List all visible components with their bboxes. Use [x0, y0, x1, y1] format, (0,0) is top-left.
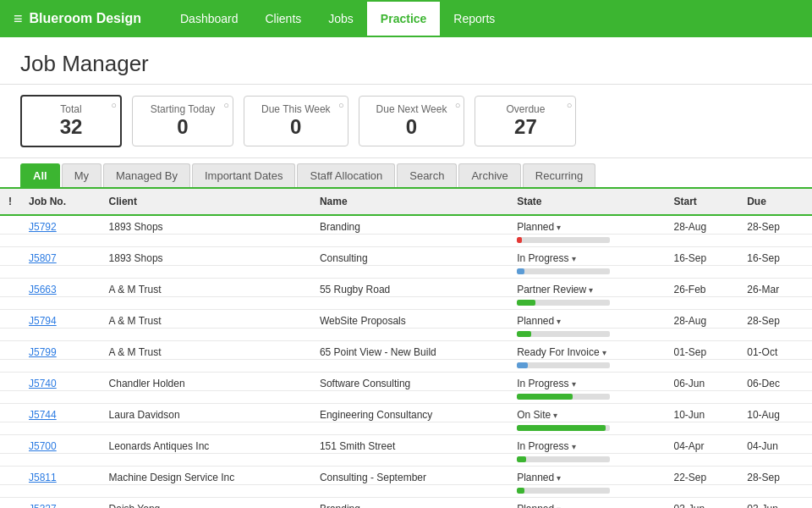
summary-close-icon[interactable]: ○: [567, 100, 573, 110]
state-dropdown-icon[interactable]: ▾: [557, 223, 561, 232]
state-cell[interactable]: Ready For Invoice ▾: [508, 341, 665, 360]
state-dropdown-icon[interactable]: ▾: [572, 254, 576, 263]
summary-close-icon[interactable]: ○: [455, 100, 461, 110]
table-row: J5792 1893 Shops Branding Planned ▾ 28-A…: [0, 215, 812, 235]
summary-value: 27: [492, 115, 558, 139]
job-link[interactable]: J5811: [29, 472, 57, 483]
state-label: Partner Review: [517, 284, 586, 295]
name-cell: Engineering Consultancy: [311, 404, 508, 422]
name-cell: 55 Rugby Road: [311, 279, 508, 297]
state-cell[interactable]: In Progress ▾: [508, 435, 665, 454]
state-dropdown-icon[interactable]: ▾: [557, 473, 561, 483]
progress-bar-fill: [517, 362, 528, 368]
due-date: 10-Aug: [738, 404, 812, 422]
progress-bar-container: [517, 394, 610, 400]
row-indicator: [0, 435, 20, 454]
tab-archive[interactable]: Archive: [458, 163, 520, 187]
state-dropdown-icon[interactable]: ▾: [572, 379, 576, 389]
summary-card-due-next-week[interactable]: ○ Due Next Week 0: [359, 96, 465, 146]
job-no-cell[interactable]: J5799: [20, 341, 101, 360]
state-cell[interactable]: Planned ▾: [508, 467, 665, 485]
nav-link-jobs[interactable]: Jobs: [315, 2, 367, 36]
nav-link-reports[interactable]: Reports: [440, 2, 508, 36]
job-link[interactable]: J5794: [29, 315, 57, 327]
tab-my[interactable]: My: [62, 163, 102, 187]
tab-staff-allocation[interactable]: Staff Allocation: [297, 163, 395, 187]
due-date: 26-Mar: [738, 279, 812, 297]
job-no-cell[interactable]: J5792: [20, 215, 101, 235]
job-link[interactable]: J5740: [29, 378, 57, 389]
state-cell[interactable]: Planned ▾: [508, 215, 665, 235]
state-dropdown-icon[interactable]: ▾: [602, 348, 606, 357]
job-no-cell[interactable]: J5807: [20, 247, 101, 266]
state-cell[interactable]: In Progress ▾: [508, 373, 665, 391]
summary-card-total[interactable]: ○ Total 32: [20, 95, 122, 147]
state-label: Planned: [517, 472, 554, 483]
job-link[interactable]: J5744: [29, 409, 57, 421]
summary-close-icon[interactable]: ○: [338, 100, 344, 110]
nav-link-practice[interactable]: Practice: [367, 2, 440, 36]
state-label: In Progress: [517, 378, 568, 389]
summary-close-icon[interactable]: ○: [111, 100, 117, 110]
progress-bar-row: [0, 454, 812, 467]
summary-label: Due Next Week: [376, 103, 447, 115]
summary-value: 0: [376, 115, 447, 139]
job-link[interactable]: J5700: [29, 440, 57, 452]
row-indicator: [0, 404, 20, 422]
summary-label: Overdue: [492, 103, 558, 115]
summary-card-starting-today[interactable]: ○ Starting Today 0: [132, 96, 233, 146]
state-cell[interactable]: Planned ▾: [508, 498, 665, 509]
job-link[interactable]: J5807: [29, 252, 57, 264]
state-dropdown-icon[interactable]: ▾: [557, 317, 561, 326]
state-dropdown-icon[interactable]: ▾: [572, 442, 576, 451]
tab-managed-by[interactable]: Managed By: [103, 163, 190, 187]
state-dropdown-icon[interactable]: ▾: [553, 411, 557, 420]
name-cell: Branding: [311, 215, 508, 235]
job-no-cell[interactable]: J5794: [20, 310, 101, 329]
client-cell: 1893 Shops: [101, 215, 311, 235]
progress-bar-container: [517, 268, 610, 274]
nav-link-dashboard[interactable]: Dashboard: [167, 2, 252, 36]
job-no-cell[interactable]: J5663: [20, 279, 101, 297]
tab-all[interactable]: All: [20, 163, 60, 187]
job-no-cell[interactable]: J5811: [20, 467, 101, 485]
job-no-cell[interactable]: J5327: [20, 498, 101, 509]
due-date: 28-Sep: [738, 467, 812, 485]
progress-bar-cell: [508, 422, 812, 435]
job-link[interactable]: J5799: [29, 346, 57, 358]
state-cell[interactable]: Planned ▾: [508, 310, 665, 329]
tab-recurring[interactable]: Recurring: [523, 163, 595, 187]
nav-link-clients[interactable]: Clients: [251, 2, 315, 36]
bar-spacer: [0, 485, 508, 498]
tab-bar: AllMyManaged ByImportant DatesStaff Allo…: [0, 158, 812, 189]
progress-bar-row: [0, 360, 812, 373]
progress-bar-fill: [517, 331, 531, 337]
state-cell[interactable]: Partner Review ▾: [508, 279, 665, 297]
start-date: 03-Jun: [665, 498, 738, 509]
progress-bar-row: [0, 329, 812, 341]
summary-close-icon[interactable]: ○: [223, 100, 229, 110]
progress-bar-container: [517, 300, 610, 306]
summary-card-due-this-week[interactable]: ○ Due This Week 0: [244, 96, 348, 146]
jobs-table: !Job No.ClientNameStateStartDue J5792 18…: [0, 189, 812, 508]
state-cell[interactable]: In Progress ▾: [508, 247, 665, 266]
state-cell[interactable]: On Site ▾: [508, 404, 665, 422]
summary-value: 0: [150, 115, 216, 139]
tab-search[interactable]: Search: [397, 163, 457, 187]
progress-bar-cell: [508, 360, 812, 373]
job-no-cell[interactable]: J5744: [20, 404, 101, 422]
job-no-cell[interactable]: J5700: [20, 435, 101, 454]
state-dropdown-icon[interactable]: ▾: [589, 285, 593, 295]
job-no-cell[interactable]: J5740: [20, 373, 101, 391]
top-nav: ≡ Blueroom Design DashboardClientsJobsPr…: [0, 0, 812, 37]
state-dropdown-icon[interactable]: ▾: [557, 505, 561, 509]
bar-spacer: [0, 422, 508, 435]
state-label: Planned: [517, 503, 554, 508]
col-header-start: Start: [665, 189, 738, 215]
tab-important-dates[interactable]: Important Dates: [192, 163, 296, 187]
job-link[interactable]: J5663: [29, 284, 57, 295]
state-label: Planned: [517, 315, 554, 327]
job-link[interactable]: J5327: [29, 503, 57, 508]
job-link[interactable]: J5792: [29, 221, 57, 233]
summary-card-overdue[interactable]: ○ Overdue 27: [475, 96, 576, 146]
